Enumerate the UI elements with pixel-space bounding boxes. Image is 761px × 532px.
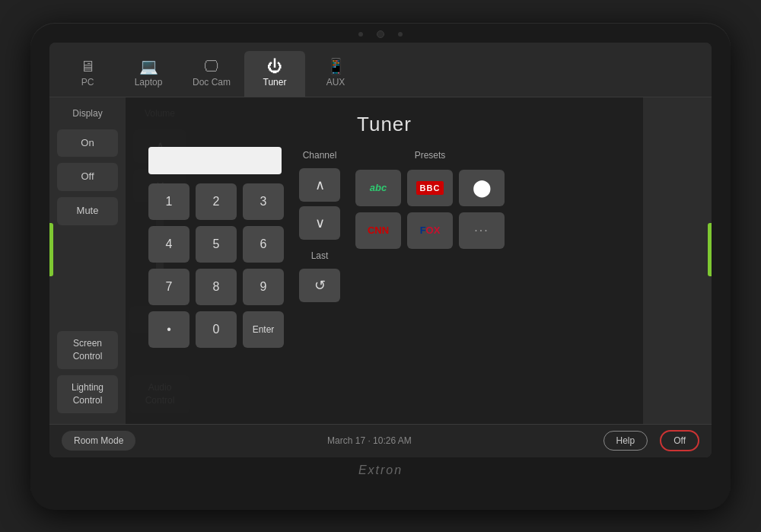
key-4[interactable]: 4 — [148, 226, 189, 263]
preset-bbc-button[interactable]: BBC — [407, 170, 453, 206]
tab-pc[interactable]: 🖥 PC — [57, 51, 118, 97]
tab-aux[interactable]: 📱 AUX — [305, 51, 366, 97]
last-button[interactable]: ↺ — [299, 269, 340, 302]
preset-fox-button[interactable]: FOX — [407, 212, 453, 249]
key-3[interactable]: 3 — [243, 183, 284, 220]
tab-tuner-label: Tuner — [263, 77, 287, 88]
sensor-right — [398, 32, 403, 37]
sensor-camera — [377, 30, 384, 38]
display-off-button[interactable]: Off — [57, 163, 118, 191]
date-time: March 17 · 10:26 AM — [148, 435, 591, 446]
lighting-control-button[interactable]: LightingControl — [57, 375, 118, 413]
display-label: Display — [72, 108, 102, 119]
left-sidebar: Display On Off Mute ScreenControl Lighti… — [49, 97, 126, 424]
handle-left — [49, 223, 53, 276]
key-5[interactable]: 5 — [196, 226, 237, 263]
key-8[interactable]: 8 — [196, 269, 237, 305]
tuner-panel: Tuner 1 2 3 4 5 6 7 8 — [126, 97, 643, 424]
display-on-button[interactable]: On — [57, 129, 118, 158]
tuner-icon: ⏻ — [267, 59, 282, 74]
doc-cam-icon: 🖵 — [204, 59, 219, 74]
handle-right — [708, 223, 712, 276]
screen-control-button[interactable]: ScreenControl — [57, 331, 118, 369]
top-sensors — [358, 23, 403, 43]
key-0[interactable]: 0 — [196, 311, 237, 348]
keypad-section: 1 2 3 4 5 6 7 8 9 • 0 Enter — [148, 147, 284, 416]
key-7[interactable]: 7 — [148, 269, 189, 305]
device-frame: 🖥 PC 💻 Laptop 🖵 Doc Cam ⏻ Tuner 📱 AUX — [30, 23, 731, 510]
key-1[interactable]: 1 — [148, 183, 189, 220]
brand-name: Extron — [358, 464, 403, 477]
tab-tuner[interactable]: ⏻ Tuner — [244, 51, 305, 97]
tab-doc-cam[interactable]: 🖵 Doc Cam — [179, 51, 244, 97]
keypad-grid: 1 2 3 4 5 6 7 8 9 • 0 Enter — [148, 183, 284, 348]
bottom-bar: Room Mode March 17 · 10:26 AM Help Off — [49, 424, 712, 457]
presets-section: Presets abc BBC ⬤ — [355, 147, 505, 416]
bbc-logo: BBC — [416, 181, 444, 195]
channel-section: Channel ∧ ∨ Last ↺ — [299, 147, 340, 416]
preset-more-button[interactable]: ··· — [459, 212, 505, 249]
preset-cbs-button[interactable]: ⬤ — [459, 170, 505, 206]
tab-pc-label: PC — [81, 77, 94, 88]
key-dot[interactable]: • — [148, 311, 189, 348]
brand-bar: Extron — [358, 457, 403, 480]
sensor-left — [358, 32, 363, 37]
abc-logo: abc — [370, 182, 387, 193]
tuner-title: Tuner — [357, 113, 412, 136]
pc-icon: 🖥 — [80, 59, 95, 74]
fox-logo: FOX — [420, 225, 441, 236]
preset-cnn-button[interactable]: CNN — [355, 212, 401, 249]
tab-laptop-label: Laptop — [135, 77, 163, 88]
main-area: Display On Off Mute ScreenControl Lighti… — [49, 97, 712, 424]
channel-down-button[interactable]: ∨ — [299, 206, 340, 240]
key-2[interactable]: 2 — [196, 183, 237, 220]
display-mute-button[interactable]: Mute — [57, 197, 118, 225]
help-button[interactable]: Help — [603, 431, 648, 451]
presets-grid: abc BBC ⬤ CNN FO — [355, 170, 505, 249]
cnn-logo: CNN — [368, 225, 389, 236]
preset-abc-button[interactable]: abc — [355, 170, 401, 206]
key-9[interactable]: 9 — [243, 269, 284, 305]
channel-display — [148, 147, 282, 174]
cbs-logo: ⬤ — [473, 178, 492, 198]
screen-area: 🖥 PC 💻 Laptop 🖵 Doc Cam ⏻ Tuner 📱 AUX — [49, 43, 712, 457]
presets-label: Presets — [355, 150, 505, 161]
laptop-icon: 💻 — [139, 59, 158, 74]
key-6[interactable]: 6 — [243, 226, 284, 263]
tuner-body: 1 2 3 4 5 6 7 8 9 • 0 Enter — [148, 147, 620, 416]
last-label: Last — [311, 250, 329, 261]
key-enter[interactable]: Enter — [243, 311, 284, 348]
tab-aux-label: AUX — [326, 77, 345, 88]
tab-laptop[interactable]: 💻 Laptop — [118, 51, 179, 97]
off-button[interactable]: Off — [660, 430, 699, 451]
channel-label: Channel — [303, 150, 337, 161]
channel-up-button[interactable]: ∧ — [299, 168, 340, 202]
room-mode-button[interactable]: Room Mode — [62, 431, 135, 451]
tab-doc-cam-label: Doc Cam — [193, 77, 231, 88]
more-icon: ··· — [474, 224, 489, 237]
aux-icon: 📱 — [326, 59, 345, 74]
nav-bar: 🖥 PC 💻 Laptop 🖵 Doc Cam ⏻ Tuner 📱 AUX — [49, 43, 712, 97]
